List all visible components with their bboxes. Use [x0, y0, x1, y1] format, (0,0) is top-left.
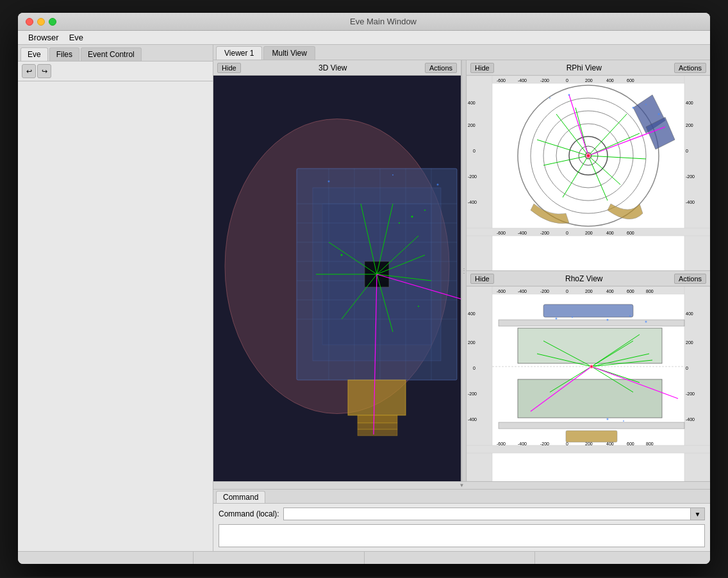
command-input-wrap: ▼	[283, 508, 705, 520]
sidebar-toolbar: ↩ ↪	[18, 62, 213, 81]
command-input[interactable]	[283, 508, 691, 520]
viewer-tabs-row: Viewer 1 Multi View	[213, 45, 710, 60]
svg-text:0: 0	[566, 231, 568, 235]
panel-rphi-header: Hide RPhi View Actions	[467, 60, 710, 76]
svg-point-38	[392, 174, 393, 176]
svg-point-143	[556, 318, 558, 320]
svg-point-35	[341, 254, 343, 256]
3d-canvas[interactable]	[213, 76, 461, 481]
svg-text:-200: -200	[540, 231, 549, 235]
svg-point-89	[645, 104, 647, 105]
forward-button[interactable]: ↪	[37, 64, 51, 78]
svg-text:600: 600	[627, 78, 634, 83]
hide-3d-button[interactable]: Hide	[217, 63, 241, 73]
sidebar-tab-eve[interactable]: Eve	[21, 47, 48, 61]
svg-text:200: 200	[686, 340, 693, 345]
command-local-label: Command (local):	[219, 509, 279, 518]
main-panels: Viewer 1 Multi View Hide 3D View Actions	[213, 45, 710, 551]
svg-text:-600: -600	[497, 231, 506, 235]
svg-line-87	[569, 95, 588, 156]
sidebar-tabs: Eve Files Event Control	[18, 45, 213, 62]
command-row: Command (local): ▼	[219, 508, 705, 520]
svg-line-76	[588, 114, 627, 156]
svg-rect-127	[518, 328, 662, 363]
forward-icon: ↪	[42, 67, 47, 76]
svg-point-34	[424, 210, 426, 211]
sidebar-content	[18, 81, 213, 551]
panel-3d: Hide 3D View Actions	[213, 60, 461, 481]
rphi-canvas[interactable]: -600 -400 -200 0 200 400 600 400 200	[467, 76, 710, 270]
svg-point-144	[572, 317, 573, 318]
menu-bar: Browser Eve	[18, 31, 710, 45]
svg-text:-400: -400	[518, 442, 527, 446]
svg-rect-125	[543, 304, 633, 317]
main-area: Eve Files Event Control ↩ ↪	[18, 45, 710, 564]
minimize-button[interactable]	[37, 18, 45, 26]
menu-eve[interactable]: Eve	[64, 31, 88, 44]
svg-text:400: 400	[468, 311, 476, 316]
hide-rhoz-button[interactable]: Hide	[470, 274, 494, 284]
vertical-splitter[interactable]	[461, 60, 467, 481]
svg-point-36	[418, 306, 419, 307]
svg-point-91	[549, 97, 550, 99]
panel-right: Hide RPhi View Actions	[467, 60, 710, 481]
rphi-view-svg: -600 -400 -200 0 200 400 600 400 200	[467, 76, 710, 270]
svg-point-88	[633, 107, 634, 109]
3d-view-svg	[213, 76, 461, 481]
svg-text:-200: -200	[468, 392, 477, 396]
viewer-tab-multi[interactable]: Multi View	[263, 46, 315, 60]
svg-text:-600: -600	[497, 78, 506, 83]
maximize-button[interactable]	[49, 18, 56, 26]
command-tabs: Command	[213, 490, 710, 503]
command-tab[interactable]: Command	[216, 491, 265, 503]
svg-rect-17	[358, 415, 397, 423]
sidebar-tab-files[interactable]: Files	[49, 47, 79, 61]
svg-text:0: 0	[566, 78, 568, 83]
svg-text:400: 400	[468, 101, 476, 105]
svg-text:400: 400	[606, 289, 614, 293]
svg-rect-18	[358, 423, 397, 429]
back-icon: ↩	[26, 67, 32, 76]
svg-text:-200: -200	[468, 174, 477, 179]
panel-3d-header: Hide 3D View Actions	[213, 60, 461, 76]
sidebar: Eve Files Event Control ↩ ↪	[18, 45, 213, 551]
status-segment-1	[23, 552, 194, 564]
svg-text:200: 200	[468, 340, 476, 345]
svg-point-37	[328, 181, 330, 183]
actions-rphi-button[interactable]: Actions	[674, 63, 706, 73]
svg-text:400: 400	[606, 78, 614, 83]
svg-rect-129	[499, 422, 684, 429]
svg-text:200: 200	[468, 123, 476, 128]
svg-point-151	[591, 366, 593, 368]
svg-line-79	[588, 156, 620, 185]
command-content: Command (local): ▼	[213, 503, 710, 551]
svg-point-90	[658, 113, 660, 115]
back-button[interactable]: ↩	[22, 64, 36, 78]
status-segment-2	[194, 552, 364, 564]
svg-text:-200: -200	[686, 392, 695, 396]
panel-3d-title: 3D View	[241, 63, 425, 72]
command-dropdown-button[interactable]: ▼	[691, 508, 705, 520]
svg-rect-98	[467, 445, 710, 453]
svg-text:-400: -400	[518, 231, 527, 235]
viewer-tab-1[interactable]: Viewer 1	[216, 46, 262, 60]
dropdown-icon: ▼	[695, 511, 701, 518]
sidebar-tab-event-control[interactable]: Event Control	[81, 47, 142, 61]
svg-text:200: 200	[585, 289, 593, 293]
rhoz-panel: Hide RhoZ View Actions	[467, 271, 710, 481]
menu-browser[interactable]: Browser	[23, 31, 64, 44]
actions-rhoz-button[interactable]: Actions	[674, 274, 706, 284]
svg-line-83	[543, 156, 588, 165]
svg-text:400: 400	[686, 311, 693, 316]
actions-3d-button[interactable]: Actions	[425, 63, 457, 73]
svg-line-82	[537, 140, 588, 156]
hide-rphi-button[interactable]: Hide	[470, 63, 494, 73]
close-button[interactable]	[26, 18, 33, 26]
rhoz-canvas[interactable]: -600 -400 -200 0 200 400 600 800	[467, 286, 710, 481]
panel-rhoz-header: Hide RhoZ View Actions	[467, 271, 710, 286]
svg-text:-200: -200	[540, 78, 549, 83]
horizontal-scrollbar[interactable]: ▼	[213, 481, 710, 489]
svg-line-85	[588, 156, 608, 201]
svg-text:0: 0	[566, 289, 568, 293]
svg-point-39	[437, 184, 439, 186]
